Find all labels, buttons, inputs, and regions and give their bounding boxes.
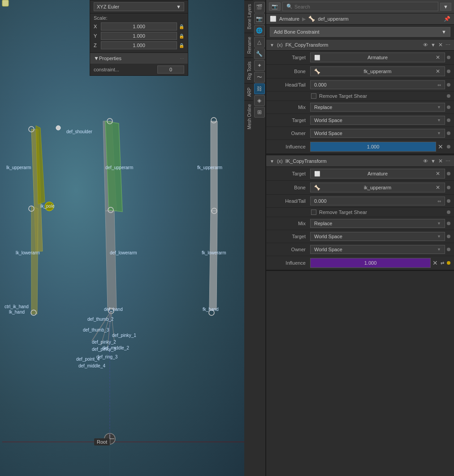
svg-point-14 xyxy=(211,118,216,123)
fk-owner-label: Owner xyxy=(270,131,310,136)
svg-marker-8 xyxy=(105,211,117,310)
fk-bone-value[interactable]: 🦴 fk_upperarm ✕ xyxy=(310,66,445,76)
fk-bone-clear[interactable]: ✕ xyxy=(435,68,441,74)
icon-armature[interactable]: ⊞ xyxy=(254,107,265,118)
fk-owner-dropdown[interactable]: World Space ▼ xyxy=(310,129,445,138)
icon-objectdata[interactable]: ◈ xyxy=(254,95,265,106)
ik-bone-value[interactable]: 🦴 ik_upperarm ✕ xyxy=(310,183,445,192)
icon-modifier[interactable]: 🔧 xyxy=(254,48,265,59)
ik-owner-label: Owner xyxy=(270,247,310,252)
rotation-row[interactable]: XYZ Euler ▼ xyxy=(90,0,188,13)
ik-remove-shear-checkbox[interactable] xyxy=(311,210,316,215)
fk-target-space-dot xyxy=(447,118,450,122)
view-options-dropdown[interactable]: ▼ xyxy=(440,3,451,11)
ik-influence-dot xyxy=(447,261,450,265)
ik-headtail-label: Head/Tail xyxy=(270,198,310,204)
scale-y-input[interactable] xyxy=(101,32,177,40)
fk-remove-shear-label: Remove Target Shear xyxy=(319,93,367,99)
fk-remove-shear-row: Remove Target Shear xyxy=(266,92,454,101)
ik-target-space-dot xyxy=(447,235,450,238)
fk-remove-shear-checkbox[interactable] xyxy=(311,93,316,99)
bone-breadcrumb-icon: 🦴 xyxy=(308,16,315,22)
ik-constraint-header[interactable]: ▼ (x) IK_CopyTransform 👁 ▼ ✕ ⋯ xyxy=(266,156,454,167)
ik-headtail-value[interactable]: 0.000 ⇔ xyxy=(310,197,445,205)
viewport[interactable]: def_shoulder lk_upperarm def_upperarm fk… xyxy=(0,0,253,476)
ik-expand-icon[interactable]: ▼ xyxy=(270,159,274,164)
ik-target-value[interactable]: ⬜ Armature ✕ xyxy=(310,169,445,179)
vtab-bone-layers[interactable]: Bone Layers xyxy=(244,0,253,33)
y-lock-icon[interactable]: 🔒 xyxy=(179,34,184,39)
ik-target-row: Target ⬜ Armature ✕ xyxy=(266,167,454,181)
add-bone-constraint-button[interactable]: Add Bone Constraint ▼ xyxy=(270,27,450,37)
fk-expand-icon[interactable]: ▼ xyxy=(270,43,274,48)
constraint-field-label: constraint... xyxy=(94,67,157,72)
bone-label-def-pinky2: def_pinky_2 xyxy=(92,340,116,345)
icon-particles[interactable]: ✦ xyxy=(254,60,265,71)
ik-visibility-icon[interactable]: 👁 xyxy=(423,158,428,164)
ik-influence-reset[interactable]: ⇄ xyxy=(440,261,445,266)
ik-target-space-dropdown[interactable]: World Space ▼ xyxy=(310,232,445,241)
ik-close-button[interactable]: ✕ xyxy=(438,158,443,164)
ik-mix-label: Mix xyxy=(270,221,310,226)
ik-mix-arrow: ▼ xyxy=(437,221,441,226)
properties-title: Properties xyxy=(99,56,121,61)
x-lock-icon[interactable]: 🔒 xyxy=(179,24,184,29)
fk-menu-icon[interactable]: ⋯ xyxy=(445,42,450,48)
vtab-rename[interactable]: Rename xyxy=(244,33,253,57)
bone-breadcrumb-label[interactable]: def_upperarm xyxy=(318,16,349,22)
fk-influence-clear[interactable]: ✕ xyxy=(436,143,445,150)
vtab-rig-tools[interactable]: Rig Tools xyxy=(244,57,253,83)
fk-target-value[interactable]: ⬜ Armature ✕ xyxy=(310,52,445,62)
ik-menu-icon[interactable]: ⋯ xyxy=(445,158,450,164)
bone-label-ik-pole: ik_pole xyxy=(40,204,55,209)
ik-shear-dot xyxy=(447,210,450,214)
fk-target-clear[interactable]: ✕ xyxy=(435,54,441,61)
fk-influence-bar[interactable]: 1.000 xyxy=(310,142,436,152)
icon-scene[interactable]: 🎬 xyxy=(254,2,265,13)
ik-target-clear[interactable]: ✕ xyxy=(435,170,441,177)
bone-label-def-middle2: def_middle_2 xyxy=(102,345,129,350)
fk-influence-label: Influence xyxy=(270,144,310,149)
fk-mix-dropdown[interactable]: Replace ▼ xyxy=(310,103,445,112)
ik-mix-dropdown[interactable]: Replace ▼ xyxy=(310,219,445,228)
fk-close-button[interactable]: ✕ xyxy=(438,42,443,48)
bone-label-def-hand: def_hand xyxy=(104,307,123,312)
ik-remove-shear-label: Remove Target Shear xyxy=(319,210,367,215)
fk-bone-row: Bone 🦴 fk_upperarm ✕ xyxy=(266,65,454,79)
scale-z-input[interactable] xyxy=(101,41,177,49)
scale-x-input[interactable] xyxy=(101,22,177,31)
ik-influence-bar[interactable]: 1.000 xyxy=(310,258,431,268)
ik-influence-clear[interactable]: ✕ xyxy=(431,259,440,266)
icon-world[interactable]: 🌐 xyxy=(254,25,265,36)
search-input[interactable] xyxy=(294,4,434,9)
fk-target-space-dropdown[interactable]: World Space ▼ xyxy=(310,116,445,125)
properties-header[interactable]: ▼ Properties ⋯ xyxy=(90,53,188,64)
fk-headtail-value[interactable]: 0.000 ⇔ xyxy=(310,80,445,89)
armature-breadcrumb-label[interactable]: Armature xyxy=(279,16,299,22)
fk-visibility-icon[interactable]: 👁 xyxy=(423,42,428,48)
fk-constraint-header[interactable]: ▼ (x) FK_CopyTransform 👁 ▼ ✕ ⋯ xyxy=(266,39,454,51)
icon-render[interactable]: 📷 xyxy=(254,13,265,24)
camera-icon-btn[interactable]: 📷 xyxy=(269,2,281,11)
ik-bone-clear[interactable]: ✕ xyxy=(435,184,441,191)
svg-marker-6 xyxy=(31,206,38,314)
bone-label-def-ring3: def_ring_3 xyxy=(96,354,117,359)
search-box[interactable]: 🔍 xyxy=(282,2,438,11)
fk-headtail-label: Head/Tail xyxy=(270,82,310,87)
pin-icon[interactable]: 📌 xyxy=(444,16,450,22)
bone-label-def-shoulder: def_shoulder xyxy=(66,129,92,134)
ik-collapse-icon[interactable]: ▼ xyxy=(431,158,436,164)
vtab-arp[interactable]: ARP xyxy=(244,83,253,100)
fk-constraint-type-icon: (x) xyxy=(277,42,283,48)
svg-point-20 xyxy=(209,310,214,315)
icon-object[interactable]: △ xyxy=(254,37,265,48)
constraint-value-input[interactable] xyxy=(157,66,184,74)
icon-physics[interactable]: 〜 xyxy=(254,72,265,83)
fk-collapse-icon[interactable]: ▼ xyxy=(431,42,436,48)
ik-owner-dropdown[interactable]: World Space ▼ xyxy=(310,245,445,254)
rotation-select[interactable]: XYZ Euler ▼ xyxy=(94,2,184,11)
vtab-mesh-online[interactable]: Mesh Online xyxy=(244,100,253,133)
icon-constraints[interactable]: ⛓ xyxy=(254,83,265,94)
z-lock-icon[interactable]: 🔒 xyxy=(179,43,184,48)
bone-label-lk-lowerarm: lk_lowerarm xyxy=(16,250,40,255)
